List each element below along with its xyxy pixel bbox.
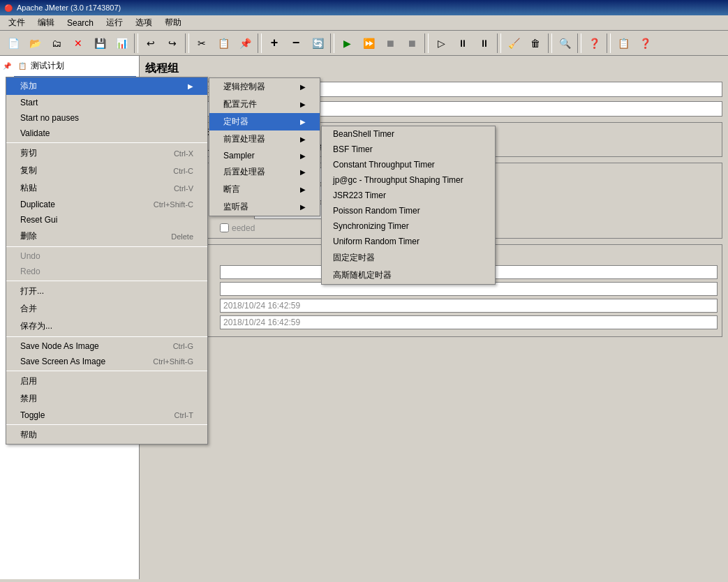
menu-help[interactable]: 帮助: [159, 15, 187, 30]
ctx-cut[interactable]: 剪切 Ctrl-X: [6, 144, 207, 162]
menu-search[interactable]: Search: [61, 17, 99, 29]
timer-fixed[interactable]: 固定定时器: [322, 249, 495, 267]
title-text: Apache JMeter (3.0 r1743807): [17, 3, 121, 12]
submenu-assertion[interactable]: 断言 ▶: [209, 181, 320, 198]
collapse-button[interactable]: −: [285, 33, 306, 53]
search-button[interactable]: 🔍: [554, 33, 575, 53]
remote-stop-all-button[interactable]: ⏸: [474, 33, 495, 53]
separator-2: [185, 33, 189, 53]
clear-all-button[interactable]: 🗑: [525, 33, 546, 53]
separator-5: [424, 33, 429, 53]
start-nopauses-button[interactable]: ⏩: [358, 33, 379, 53]
submenu-listener[interactable]: 监听器 ▶: [209, 198, 320, 216]
copy-button[interactable]: 📋: [213, 33, 234, 53]
ctx-add[interactable]: 添加 ▶: [6, 77, 207, 95]
expand-button[interactable]: +: [264, 33, 285, 53]
config-elem-arrow: ▶: [300, 100, 306, 108]
submenu-arrow: ▶: [188, 82, 193, 90]
start-button[interactable]: ▶: [336, 33, 357, 53]
ctx-duplicate[interactable]: Duplicate Ctrl+Shift-C: [6, 197, 207, 212]
submenu-sampler[interactable]: Sampler ▶: [209, 148, 320, 163]
ctx-sep-5: [6, 371, 207, 371]
ctx-start-nopauses[interactable]: Start no pauses: [6, 110, 207, 126]
menu-options[interactable]: 选项: [130, 15, 158, 30]
ctx-toggle[interactable]: Toggle Ctrl-T: [6, 408, 207, 423]
left-panel: 📌 📋 测试计划 👥 线程组 🔧 工作台 添加 ▶ Start: [0, 56, 140, 579]
stop-button[interactable]: ⏹: [380, 33, 401, 53]
chart-button[interactable]: 📊: [111, 33, 132, 53]
ctx-disable[interactable]: 禁用: [6, 390, 207, 408]
submenu-config-elem[interactable]: 配置元件 ▶: [209, 96, 320, 113]
scheduler-checkbox[interactable]: [220, 223, 229, 232]
start-time-row: 启动时间: [150, 299, 718, 313]
submenu-preproc[interactable]: 前置处理器 ▶: [209, 130, 320, 148]
listener-arrow: ▶: [300, 203, 306, 211]
ctx-enable[interactable]: 启用: [6, 373, 207, 390]
assertion-arrow: ▶: [300, 186, 306, 193]
timer-submenu: BeanShell Timer BSF Timer Constant Throu…: [321, 126, 496, 285]
submenu-logic-ctrl[interactable]: 逻辑控制器 ▶: [209, 78, 320, 96]
save-template-button[interactable]: 🗂: [46, 33, 67, 53]
ctx-sep-4: [6, 336, 207, 337]
tree-item-testplan[interactable]: 📋 测试计划: [14, 59, 67, 73]
close-button[interactable]: ✕: [68, 33, 89, 53]
ctx-help[interactable]: 帮助: [6, 426, 207, 444]
ctx-save-node-image[interactable]: Save Node As Image Ctrl-G: [6, 338, 207, 354]
toggle-button[interactable]: 🔄: [307, 33, 328, 53]
timer-arrow: ▶: [300, 118, 306, 126]
timer-uniform-random[interactable]: Uniform Random Timer: [322, 234, 495, 249]
remote-start-button[interactable]: ▷: [431, 33, 452, 53]
ctx-saveas[interactable]: 保存为...: [6, 318, 207, 335]
separator-8: [577, 33, 581, 53]
help-button[interactable]: ❓: [584, 33, 604, 53]
menu-file[interactable]: 文件: [3, 15, 31, 30]
paste-button[interactable]: 📌: [235, 33, 255, 53]
timer-synchronizing[interactable]: Synchronizing Timer: [322, 218, 495, 234]
context-menu: 添加 ▶ Start Start no pauses Validate 剪切 C…: [6, 77, 208, 445]
ctx-validate[interactable]: Validate: [6, 126, 207, 141]
ctx-copy[interactable]: 复制 Ctrl-C: [6, 162, 207, 179]
stop-all-button[interactable]: ⏹: [401, 33, 422, 53]
start-time-input[interactable]: [220, 299, 718, 313]
ctx-paste[interactable]: 粘贴 Ctrl-V: [6, 179, 207, 197]
timer-poisson[interactable]: Poisson Random Timer: [322, 203, 495, 218]
cut-button[interactable]: ✂: [191, 33, 212, 53]
timer-jpgc-throughput[interactable]: jp@gc - Throughput Shaping Timer: [322, 172, 495, 188]
menu-run[interactable]: 运行: [101, 15, 128, 30]
end-time-input[interactable]: [220, 315, 718, 329]
clear-button[interactable]: 🧹: [503, 33, 524, 53]
sampler-arrow: ▶: [300, 152, 306, 160]
remote-stop-button[interactable]: ⏸: [452, 33, 473, 53]
separator-6: [497, 33, 501, 53]
separator-7: [548, 33, 552, 53]
add-submenu: 逻辑控制器 ▶ 配置元件 ▶ 定时器 ▶ 前置处理器 ▶ Sampler ▶: [209, 77, 320, 216]
preproc-arrow: ▶: [300, 135, 306, 143]
redo-button[interactable]: ↪: [162, 33, 183, 53]
submenu-postproc[interactable]: 后置处理器 ▶: [209, 163, 320, 181]
question-button[interactable]: ❓: [634, 33, 655, 53]
ctx-merge[interactable]: 合并: [6, 300, 207, 318]
timer-beanshell[interactable]: BeanShell Timer: [322, 126, 495, 142]
ctx-open[interactable]: 打开...: [6, 283, 207, 300]
title-bar: 🔴 Apache JMeter (3.0 r1743807): [0, 0, 728, 15]
ctx-save-screen-image[interactable]: Save Screen As Image Ctrl+Shift-G: [6, 354, 207, 369]
ctx-sep-3: [6, 281, 207, 281]
open-button[interactable]: 📂: [24, 33, 45, 53]
timer-bsf[interactable]: BSF Timer: [322, 142, 495, 157]
new-button[interactable]: 📄: [3, 33, 24, 53]
ctx-start[interactable]: Start: [6, 95, 207, 110]
separator-9: [607, 33, 611, 53]
separator-1: [134, 33, 138, 53]
undo-button[interactable]: ↩: [140, 33, 161, 53]
grid-button[interactable]: 📋: [613, 33, 634, 53]
app-icon: 🔴: [4, 4, 13, 12]
ctx-reset-gui[interactable]: Reset Gui: [6, 212, 207, 227]
save-button[interactable]: 💾: [89, 33, 110, 53]
menu-edit[interactable]: 编辑: [32, 15, 60, 30]
timer-constant-throughput[interactable]: Constant Throughput Timer: [322, 157, 495, 172]
ctx-delete[interactable]: 删除 Delete: [6, 227, 207, 245]
submenu-timer[interactable]: 定时器 ▶: [209, 113, 320, 130]
timer-jsr223[interactable]: JSR223 Timer: [322, 188, 495, 203]
timer-gaussian[interactable]: 高斯随机定时器: [322, 267, 495, 284]
separator-3: [258, 33, 262, 53]
